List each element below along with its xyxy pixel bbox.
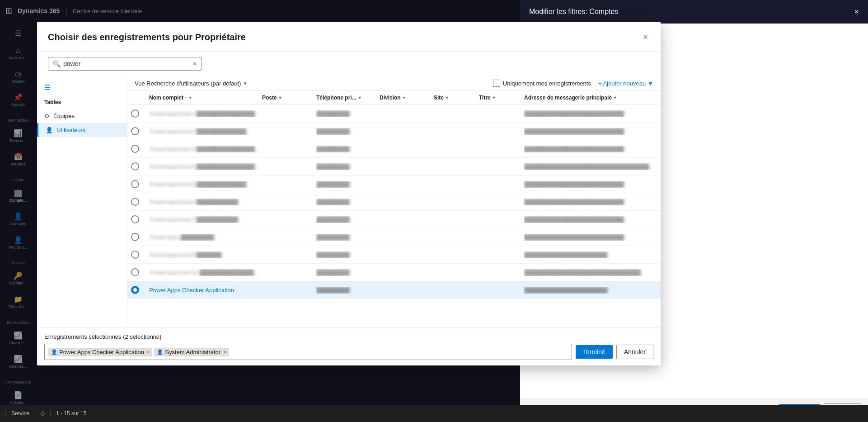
table-row[interactable]: PowerAppsUser6 ██████████ ████████ █████… bbox=[127, 193, 661, 211]
equipes-label: Équipes bbox=[53, 113, 75, 119]
cell-email-4: ████████████████████████████████ bbox=[524, 163, 657, 170]
row-radio-4[interactable] bbox=[131, 162, 139, 171]
only-mine-checkbox[interactable]: Uniquement mes enregistrements bbox=[493, 80, 591, 87]
modal-header: Choisir des enregistrements pour Proprié… bbox=[37, 22, 661, 52]
table-row[interactable]: PowerAppsUser3 ████████████████ ████████… bbox=[127, 140, 661, 158]
table-row[interactable]: PowerAppsUser4 ████████████████████ ████… bbox=[127, 158, 661, 175]
add-new-label: + Ajouter nouveau bbox=[598, 80, 646, 87]
cell-name-10: PowerAppsUser10 ████████████████ bbox=[149, 269, 262, 276]
search-box[interactable]: 🔍 × bbox=[48, 57, 202, 71]
status-bar-service: Service bbox=[5, 410, 35, 417]
row-radio-2[interactable] bbox=[131, 127, 139, 135]
add-new-chevron-icon: ▼ bbox=[647, 80, 653, 87]
cell-email-5: ████████████████████████ bbox=[524, 181, 657, 188]
col-header-nom[interactable]: Nom complet ↑ ▼ bbox=[149, 95, 262, 101]
cell-name-link-11[interactable]: Power Apps Checker Application bbox=[149, 287, 262, 294]
filter-panel-header: Modifier les filtres: Comptes × bbox=[520, 0, 868, 24]
tag-label-1: System Administrator bbox=[165, 349, 221, 356]
tag-remove-1[interactable]: × bbox=[223, 349, 226, 355]
table-row[interactable]: PowerAppsUser7 ██████████ ████████ █████… bbox=[127, 211, 661, 228]
status-bar-count: 1 - 15 sur 15 bbox=[51, 410, 92, 417]
filter-panel-close-button[interactable]: × bbox=[854, 8, 859, 16]
row-radio-7[interactable] bbox=[131, 215, 139, 223]
selected-records-label: Enregistrements sélectionnés (2 sélectio… bbox=[44, 333, 653, 340]
cell-name-5: PowerAppsUser5 ████████████ bbox=[149, 181, 262, 188]
filter-chevron-site: ▼ bbox=[445, 95, 449, 100]
cell-tel-9: ████████ bbox=[316, 251, 380, 258]
cell-email-8: ████████████████████████ bbox=[524, 234, 657, 241]
cell-tel-7: ████████ bbox=[316, 216, 380, 223]
table-row[interactable]: PowerAppsUser2 ████████████ ████████ ███… bbox=[127, 123, 661, 140]
toolbar-right: Uniquement mes enregistrements + Ajouter… bbox=[493, 80, 653, 87]
modal-close-button[interactable]: × bbox=[641, 31, 650, 44]
cell-email-9: ████████████████████ bbox=[524, 251, 657, 258]
view-selector[interactable]: Vue Recherche d'utilisateurs (par défaut… bbox=[135, 80, 247, 87]
row-radio-5[interactable] bbox=[131, 180, 139, 188]
col-header-select bbox=[131, 95, 149, 101]
cell-tel-5: ████████ bbox=[316, 181, 380, 188]
tag-remove-0[interactable]: × bbox=[147, 349, 150, 355]
cell-name-2: PowerAppsUser2 ████████████ bbox=[149, 128, 262, 135]
data-table: Nom complet ↑ ▼ Poste ▼ Téléphone pri...… bbox=[127, 91, 661, 327]
row-radio-9[interactable] bbox=[131, 251, 139, 259]
chevron-down-icon: ▼ bbox=[243, 81, 247, 86]
cell-tel-4: ████████ bbox=[316, 163, 380, 170]
cell-name-6: PowerAppsUser6 ██████████ bbox=[149, 199, 262, 205]
tag-icon-0: 👤 bbox=[51, 349, 57, 355]
table-header: Nom complet ↑ ▼ Poste ▼ Téléphone pri...… bbox=[127, 91, 661, 105]
checkbox-square bbox=[493, 80, 500, 87]
table-row-selected[interactable]: Power Apps Checker Application ████████ … bbox=[127, 281, 661, 299]
search-input[interactable] bbox=[63, 60, 193, 67]
row-radio-3[interactable] bbox=[131, 145, 139, 153]
cell-email-10: ████████████████████████████ bbox=[524, 269, 657, 276]
row-radio-6[interactable] bbox=[131, 198, 139, 206]
done-button[interactable]: Terminé bbox=[576, 345, 613, 359]
filter-chevron-tel: ▼ bbox=[358, 95, 362, 100]
cell-tel-8: ████████ bbox=[316, 234, 380, 241]
only-mine-label: Uniquement mes enregistrements bbox=[503, 80, 591, 87]
table-row[interactable]: PowerApps ████████ ████████ ████████████… bbox=[127, 228, 661, 246]
status-bar-diamond: ◇ bbox=[35, 410, 51, 417]
table-row[interactable]: PowerAppsUser5 ████████████ ████████ ███… bbox=[127, 175, 661, 193]
table-row[interactable]: PowerAppsUser10 ████████████████ ███████… bbox=[127, 264, 661, 281]
cell-tel-11: ████████ bbox=[316, 287, 380, 294]
utilisateurs-label: Utilisateurs bbox=[56, 127, 85, 133]
cell-tel-6: ████████ bbox=[316, 199, 380, 205]
search-icon: 🔍 bbox=[53, 60, 61, 67]
row-radio-1[interactable] bbox=[131, 109, 139, 118]
selected-tags-row: 👤 Power Apps Checker Application × 👤 Sys… bbox=[44, 344, 572, 360]
cell-name-8: PowerApps ████████ bbox=[149, 234, 262, 241]
col-header-titre[interactable]: Titre ▼ bbox=[479, 95, 524, 101]
left-panel-item-equipes[interactable]: ⚙ Équipes bbox=[37, 109, 127, 123]
col-header-poste[interactable]: Poste ▼ bbox=[262, 95, 316, 101]
tag-icon-1: 👤 bbox=[157, 349, 163, 355]
col-header-site[interactable]: Site ▼ bbox=[434, 95, 479, 101]
search-clear-button[interactable]: × bbox=[193, 60, 197, 67]
footer-row: 👤 Power Apps Checker Application × 👤 Sys… bbox=[44, 344, 653, 360]
table-row[interactable]: PowerAppsUser1 ████████████████ ████████… bbox=[127, 105, 661, 123]
modal-left-panel: ☰ Tables ⚙ Équipes 👤 Utilisateurs bbox=[37, 76, 127, 327]
cell-tel-3: ████████ bbox=[316, 146, 380, 152]
filter-chevron-email: ▼ bbox=[613, 95, 617, 100]
add-new-button[interactable]: + Ajouter nouveau ▼ bbox=[598, 80, 653, 87]
row-radio-8[interactable] bbox=[131, 233, 139, 241]
equipes-icon: ⚙ bbox=[44, 113, 50, 119]
table-row[interactable]: PowerAppsUser9 ██████ ████████ █████████… bbox=[127, 246, 661, 264]
cell-email-11: ████████████████████ bbox=[524, 287, 657, 294]
cell-email-7: ████████████████████████ bbox=[524, 216, 657, 223]
left-panel-item-utilisateurs[interactable]: 👤 Utilisateurs bbox=[37, 123, 127, 137]
cell-tel-10: ████████ bbox=[316, 269, 380, 276]
row-radio-10[interactable] bbox=[131, 268, 139, 276]
cell-email-1: ████████████████████████ bbox=[524, 110, 657, 117]
utilisateurs-icon: 👤 bbox=[46, 127, 53, 133]
cancel-button[interactable]: Annuler bbox=[616, 345, 653, 359]
col-header-email[interactable]: Adresse de messagerie principale ▼ bbox=[524, 95, 657, 101]
col-header-division[interactable]: Division ▼ bbox=[380, 95, 434, 101]
sort-icon-nom: ↑ bbox=[185, 95, 187, 100]
col-header-tel[interactable]: Téléphone pri... ▼ bbox=[316, 95, 380, 101]
filter-panel-title: Modifier les filtres: Comptes bbox=[529, 8, 618, 16]
selected-tag-1: 👤 System Administrator × bbox=[154, 348, 229, 356]
row-radio-11[interactable] bbox=[131, 286, 139, 294]
tag-label-0: Power Apps Checker Application bbox=[59, 349, 144, 356]
cell-tel-1: ████████ bbox=[316, 110, 380, 117]
